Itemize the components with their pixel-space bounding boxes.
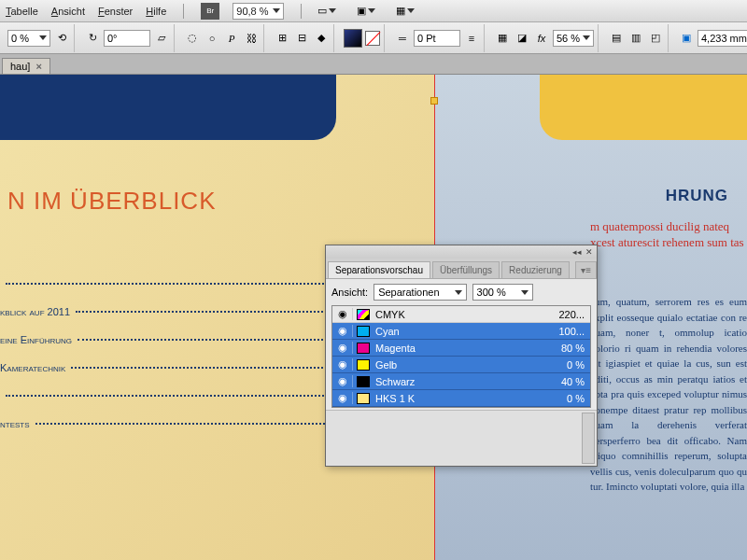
text-wrap2-icon[interactable]: ▥ [627,30,644,47]
separation-row[interactable]: ◉Schwarz40 % [332,373,590,390]
toc-list: 6kblick auf 20116eine Einführung7Kamerat… [0,261,345,446]
guide-marker [430,97,438,105]
menu-ansicht[interactable]: Ansicht [51,6,85,17]
effects-icon[interactable]: ▦ [494,30,511,47]
fx-icon[interactable]: fx [533,30,550,47]
none-swatch-icon[interactable] [365,31,380,46]
visibility-icon[interactable]: ◉ [332,375,353,387]
document-canvas[interactable]: N IM ÜBERBLICK 6kblick auf 20116eine Ein… [0,75,747,560]
stroke-field[interactable]: 0 Pt [414,30,460,47]
separation-row[interactable]: ◉HKS 1 K0 % [332,390,590,407]
p-icon[interactable]: P [223,30,240,47]
view-dropdown[interactable]: Separationen [374,284,466,301]
blue-header-block [0,75,336,140]
corner-icon[interactable]: ◰ [647,30,664,47]
separations-panel[interactable]: ◂◂ ✕ Separationsvorschau Überfüllungs Re… [325,245,598,467]
close-icon[interactable]: × [35,61,41,72]
tab-separations[interactable]: Separationsvorschau [328,261,430,278]
intro-red-text: m quatempossi ducilig nateq xcest atures… [590,219,747,251]
view-icon[interactable]: ▦ [397,3,414,20]
screen-mode-icon[interactable]: ▭ [318,3,335,20]
scrollbar[interactable] [582,413,595,464]
panel-menu-icon[interactable]: ▾≡ [575,261,597,278]
document-tab[interactable]: hau]× [2,58,50,74]
visibility-icon[interactable]: ◉ [332,325,353,337]
shear-icon[interactable]: ▱ [153,30,170,47]
stroke-style-icon[interactable]: ≡ [463,30,480,47]
page-heading: N IM ÜBERBLICK [7,187,217,216]
menu-tabelle[interactable]: Tabelle [6,6,38,17]
toc-row: Kameratechnik8 [0,362,345,373]
opacity-field[interactable]: 0 % [7,30,50,47]
panel-zoom-dropdown[interactable]: 300 % [472,284,533,301]
circle-icon[interactable]: ○ [204,30,220,47]
rotate-icon[interactable]: ↻ [84,30,101,47]
separation-list: ◉CMYK220...◉Cyan100...◉Magenta80 %◉Gelb0… [331,305,591,408]
toc-row: ntests10 [0,418,345,429]
panel-footer [326,410,597,466]
menu-bar: Tabelle Ansicht Fenster Hilfe Br 90,8 % … [0,0,747,22]
panel-close-icon[interactable]: ✕ [585,247,593,257]
visibility-icon[interactable]: ◉ [332,392,353,404]
toc-row: kblick auf 20116 [0,306,345,317]
yellow-header-block [540,75,747,140]
text-wrap-icon[interactable]: ▤ [608,30,625,47]
bridge-icon[interactable]: Br [201,3,219,20]
document-tab-bar: hau]× [0,54,747,75]
dotted-icon[interactable]: ◌ [184,30,201,47]
menu-fenster[interactable]: Fenster [98,6,133,17]
fill-swatch-icon[interactable] [344,29,362,48]
separation-row[interactable]: ◉Gelb0 % [332,357,590,373]
tab-flatten[interactable]: Reduzierung [501,261,570,278]
flip-h-icon[interactable]: ⟲ [53,30,70,47]
stroke-weight-icon[interactable]: ═ [394,30,411,47]
align-icon[interactable]: ⊞ [274,30,290,47]
toc-row: 6 [0,278,345,289]
zoom-field[interactable]: 90,8 % [233,3,283,20]
control-toolbar: 0 % ⟲ ↻ 0° ▱ ◌ ○ P ⛓ ⊞ ⊟ ◆ ═ 0 Pt ≡ ▦ ◪ … [0,22,747,54]
mm-field[interactable]: 4,233 mm [698,30,747,47]
toc-row: 9 [0,390,345,401]
visibility-icon[interactable]: ◉ [332,342,353,354]
frame-fit-icon[interactable]: ▣ [678,30,695,47]
body-text: cum, quatum, serrorem res es eum explit … [590,294,747,495]
view-label: Ansicht: [331,287,368,298]
panel-titlebar[interactable]: ◂◂ ✕ [326,245,597,259]
drop-shadow-icon[interactable]: ◪ [514,30,530,47]
tint-field[interactable]: 56 % [553,30,594,47]
visibility-icon[interactable]: ◉ [332,358,353,371]
separation-row[interactable]: ◉Magenta80 % [332,340,590,357]
menu-hilfe[interactable]: Hilfe [146,6,166,17]
chain-icon[interactable]: ⛓ [243,30,260,47]
right-heading: HRUNG [666,187,728,205]
separation-row[interactable]: ◉CMYK220... [332,306,590,323]
distribute-icon[interactable]: ⊟ [293,30,310,47]
separation-row[interactable]: ◉Cyan100... [332,323,590,340]
arrange-icon[interactable]: ▣ [358,3,374,20]
tab-trap[interactable]: Überfüllungs [432,261,500,278]
pathfinder-icon[interactable]: ◆ [313,30,330,47]
toc-row: eine Einführung7 [0,334,345,345]
collapse-icon[interactable]: ◂◂ [572,247,582,257]
angle-field[interactable]: 0° [104,30,150,47]
visibility-icon[interactable]: ◉ [332,308,353,320]
